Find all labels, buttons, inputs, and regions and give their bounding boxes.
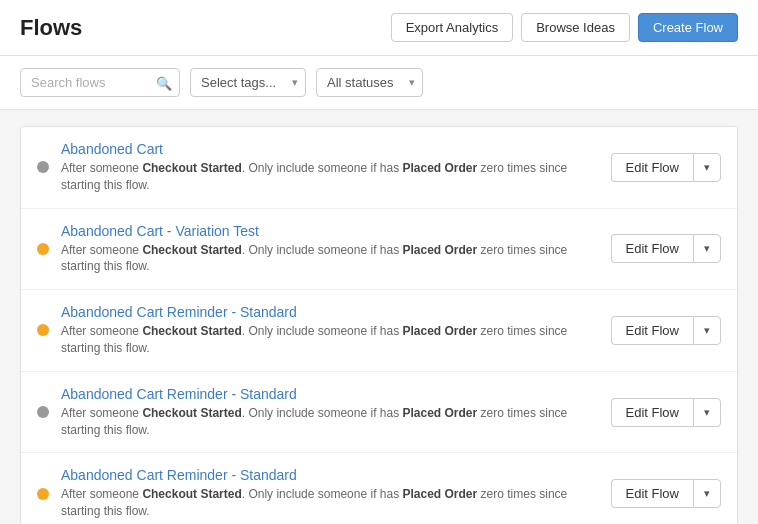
- flow-description: After someone Checkout Started. Only inc…: [61, 160, 599, 194]
- search-wrapper: 🔍: [20, 68, 180, 97]
- flow-info: Abandoned Cart Reminder - StandardAfter …: [61, 386, 599, 439]
- edit-btn-group: Edit Flow▾: [611, 316, 721, 345]
- flows-list: Abandoned CartAfter someone Checkout Sta…: [20, 126, 738, 524]
- flow-row: Abandoned Cart - Variation TestAfter som…: [21, 209, 737, 291]
- flow-info: Abandoned Cart - Variation TestAfter som…: [61, 223, 599, 276]
- flow-name[interactable]: Abandoned Cart: [61, 141, 599, 157]
- status-select[interactable]: All statuses: [316, 68, 423, 97]
- flow-description: After someone Checkout Started. Only inc…: [61, 323, 599, 357]
- page-header: Flows Export Analytics Browse Ideas Crea…: [0, 0, 758, 56]
- flow-name[interactable]: Abandoned Cart Reminder - Standard: [61, 304, 599, 320]
- flow-name[interactable]: Abandoned Cart Reminder - Standard: [61, 467, 599, 483]
- flow-status-dot: [37, 161, 49, 173]
- flow-row: Abandoned Cart Reminder - StandardAfter …: [21, 372, 737, 454]
- tags-select[interactable]: Select tags...: [190, 68, 306, 97]
- flow-description: After someone Checkout Started. Only inc…: [61, 405, 599, 439]
- edit-btn-group: Edit Flow▾: [611, 479, 721, 508]
- create-flow-button[interactable]: Create Flow: [638, 13, 738, 42]
- tags-select-wrapper[interactable]: Select tags...: [190, 68, 306, 97]
- flow-row: Abandoned CartAfter someone Checkout Sta…: [21, 127, 737, 209]
- edit-flow-caret-button[interactable]: ▾: [693, 479, 721, 508]
- edit-btn-group: Edit Flow▾: [611, 398, 721, 427]
- flow-name[interactable]: Abandoned Cart Reminder - Standard: [61, 386, 599, 402]
- flow-status-dot: [37, 406, 49, 418]
- status-select-wrapper[interactable]: All statuses: [316, 68, 423, 97]
- edit-flow-caret-button[interactable]: ▾: [693, 316, 721, 345]
- flow-row: Abandoned Cart Reminder - StandardAfter …: [21, 290, 737, 372]
- flow-status-dot: [37, 488, 49, 500]
- edit-flow-caret-button[interactable]: ▾: [693, 398, 721, 427]
- edit-flow-caret-button[interactable]: ▾: [693, 153, 721, 182]
- flow-status-dot: [37, 324, 49, 336]
- search-input[interactable]: [20, 68, 180, 97]
- flow-info: Abandoned Cart Reminder - StandardAfter …: [61, 304, 599, 357]
- header-actions: Export Analytics Browse Ideas Create Flo…: [391, 13, 738, 42]
- browse-ideas-button[interactable]: Browse Ideas: [521, 13, 630, 42]
- edit-flow-button[interactable]: Edit Flow: [611, 153, 693, 182]
- page-title: Flows: [20, 15, 82, 41]
- edit-flow-button[interactable]: Edit Flow: [611, 234, 693, 263]
- flow-info: Abandoned CartAfter someone Checkout Sta…: [61, 141, 599, 194]
- flow-info: Abandoned Cart Reminder - StandardAfter …: [61, 467, 599, 520]
- edit-flow-button[interactable]: Edit Flow: [611, 398, 693, 427]
- edit-flow-caret-button[interactable]: ▾: [693, 234, 721, 263]
- edit-btn-group: Edit Flow▾: [611, 153, 721, 182]
- filters-bar: 🔍 Select tags... All statuses: [0, 56, 758, 110]
- flow-name[interactable]: Abandoned Cart - Variation Test: [61, 223, 599, 239]
- edit-flow-button[interactable]: Edit Flow: [611, 479, 693, 508]
- flow-row: Abandoned Cart Reminder - StandardAfter …: [21, 453, 737, 524]
- flow-status-dot: [37, 243, 49, 255]
- flow-description: After someone Checkout Started. Only inc…: [61, 486, 599, 520]
- edit-btn-group: Edit Flow▾: [611, 234, 721, 263]
- flow-description: After someone Checkout Started. Only inc…: [61, 242, 599, 276]
- export-analytics-button[interactable]: Export Analytics: [391, 13, 514, 42]
- edit-flow-button[interactable]: Edit Flow: [611, 316, 693, 345]
